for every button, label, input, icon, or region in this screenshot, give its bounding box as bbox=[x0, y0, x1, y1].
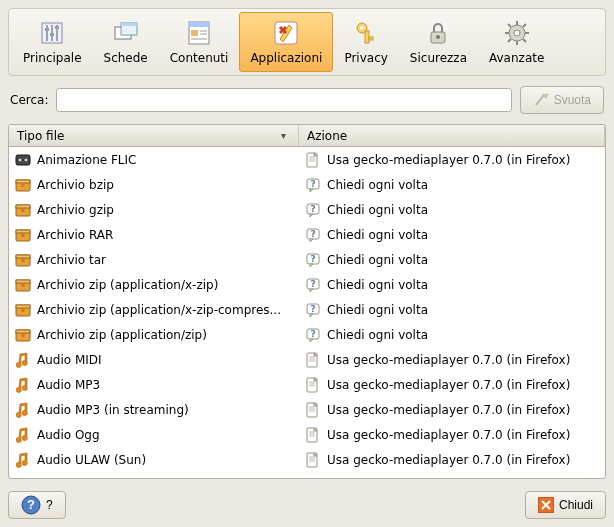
svg-rect-25 bbox=[121, 23, 137, 26]
broom-icon bbox=[533, 92, 549, 108]
action-label: Chiedi ogni volta bbox=[327, 178, 428, 192]
filetype-label: Archivio RAR bbox=[37, 228, 113, 242]
svg-rect-21 bbox=[50, 33, 54, 36]
table-row[interactable]: Archivio tarChiedi ogni volta bbox=[9, 247, 605, 272]
svg-rect-27 bbox=[189, 22, 209, 27]
tab-label: Sicurezza bbox=[410, 51, 467, 65]
action-icon bbox=[305, 377, 321, 393]
action-icon bbox=[305, 427, 321, 443]
help-icon bbox=[21, 495, 41, 515]
lock-icon bbox=[422, 17, 454, 49]
filetype-icon bbox=[15, 302, 31, 318]
action-label: Usa gecko-mediaplayer 0.7.0 (in Firefox) bbox=[327, 453, 570, 467]
table-row[interactable]: Archivio bzipChiedi ogni volta bbox=[9, 172, 605, 197]
sliders-icon bbox=[36, 17, 68, 49]
toolbar: Principale Schede Contenuti Applicazioni… bbox=[8, 8, 606, 76]
footer: ? Chiudi bbox=[8, 487, 606, 519]
filetype-table: Tipo file ▾ Azione Animazione FLICUsa ge… bbox=[8, 124, 606, 479]
filetype-icon bbox=[15, 152, 31, 168]
table-row[interactable]: Archivio gzipChiedi ogni volta bbox=[9, 197, 605, 222]
tab-principale[interactable]: Principale bbox=[12, 12, 93, 72]
column-tipo[interactable]: Tipo file ▾ bbox=[9, 125, 299, 146]
tab-label: Contenuti bbox=[170, 51, 229, 65]
table-body[interactable]: Animazione FLICUsa gecko-mediaplayer 0.7… bbox=[9, 147, 605, 478]
filetype-label: Audio MP3 bbox=[37, 378, 100, 392]
contents-icon bbox=[183, 17, 215, 49]
table-row[interactable]: Archivio zip (application/zip)Chiedi ogn… bbox=[9, 322, 605, 347]
applications-icon bbox=[270, 17, 302, 49]
svg-point-34 bbox=[360, 26, 364, 30]
filetype-icon bbox=[15, 402, 31, 418]
svg-line-47 bbox=[508, 39, 511, 42]
tab-schede[interactable]: Schede bbox=[93, 12, 159, 72]
column-azione[interactable]: Azione bbox=[299, 125, 605, 146]
action-label: Chiedi ogni volta bbox=[327, 303, 428, 317]
table-row[interactable]: Audio ULAW (Sun)Usa gecko-mediaplayer 0.… bbox=[9, 447, 605, 472]
filetype-icon bbox=[15, 327, 31, 343]
table-row[interactable]: Archivio RARChiedi ogni volta bbox=[9, 222, 605, 247]
svg-rect-36 bbox=[369, 37, 373, 40]
gear-icon bbox=[501, 17, 533, 49]
table-row[interactable]: Archivio zip (application/x-zip)Chiedi o… bbox=[9, 272, 605, 297]
filetype-label: Audio ULAW (Sun) bbox=[37, 453, 146, 467]
filetype-icon bbox=[15, 452, 31, 468]
table-row[interactable]: Animazione FLICUsa gecko-mediaplayer 0.7… bbox=[9, 147, 605, 172]
sort-indicator-icon: ▾ bbox=[281, 130, 286, 141]
svg-point-38 bbox=[436, 35, 440, 39]
action-label: Chiedi ogni volta bbox=[327, 328, 428, 342]
filetype-icon bbox=[15, 352, 31, 368]
table-row[interactable]: Audio OggUsa gecko-mediaplayer 0.7.0 (in… bbox=[9, 422, 605, 447]
filetype-icon bbox=[15, 252, 31, 268]
svg-line-45 bbox=[508, 24, 511, 27]
search-input[interactable] bbox=[56, 88, 511, 112]
action-icon bbox=[305, 302, 321, 318]
tab-label: Privacy bbox=[344, 51, 387, 65]
filetype-label: Audio MP3 (in streaming) bbox=[37, 403, 189, 417]
close-button[interactable]: Chiudi bbox=[525, 491, 606, 519]
table-row[interactable]: Audio MP3 (in streaming)Usa gecko-mediap… bbox=[9, 397, 605, 422]
action-icon bbox=[305, 152, 321, 168]
table-row[interactable]: Audio MP3Usa gecko-mediaplayer 0.7.0 (in… bbox=[9, 372, 605, 397]
action-icon bbox=[305, 177, 321, 193]
svg-line-46 bbox=[523, 39, 526, 42]
action-label: Usa gecko-mediaplayer 0.7.0 (in Firefox) bbox=[327, 428, 570, 442]
filetype-label: Archivio bzip bbox=[37, 178, 114, 192]
filetype-label: Audio Ogg bbox=[37, 428, 100, 442]
tab-label: Applicazioni bbox=[250, 51, 322, 65]
svg-point-40 bbox=[514, 30, 520, 36]
svg-rect-28 bbox=[191, 30, 198, 36]
action-icon bbox=[305, 252, 321, 268]
tab-privacy[interactable]: Privacy bbox=[333, 12, 398, 72]
search-row: Cerca: Svuota bbox=[8, 84, 606, 116]
action-label: Chiedi ogni volta bbox=[327, 203, 428, 217]
clear-button[interactable]: Svuota bbox=[520, 86, 604, 114]
tab-sicurezza[interactable]: Sicurezza bbox=[399, 12, 478, 72]
action-label: Chiedi ogni volta bbox=[327, 228, 428, 242]
filetype-icon bbox=[15, 377, 31, 393]
column-label: Azione bbox=[307, 129, 347, 143]
help-label: ? bbox=[46, 498, 53, 512]
filetype-label: Animazione FLIC bbox=[37, 153, 136, 167]
close-icon bbox=[538, 497, 554, 513]
tab-avanzate[interactable]: Avanzate bbox=[478, 12, 555, 72]
action-icon bbox=[305, 352, 321, 368]
filetype-label: Archivio zip (application/zip) bbox=[37, 328, 207, 342]
action-label: Usa gecko-mediaplayer 0.7.0 (in Firefox) bbox=[327, 353, 570, 367]
action-label: Chiedi ogni volta bbox=[327, 253, 428, 267]
svg-line-48 bbox=[523, 24, 526, 27]
tab-applicazioni[interactable]: Applicazioni bbox=[239, 12, 333, 72]
action-icon bbox=[305, 277, 321, 293]
tab-label: Avanzate bbox=[489, 51, 544, 65]
help-button[interactable]: ? bbox=[8, 491, 66, 519]
filetype-label: Archivio zip (application/x-zip) bbox=[37, 278, 218, 292]
tab-contenuti[interactable]: Contenuti bbox=[159, 12, 240, 72]
filetype-label: Archivio gzip bbox=[37, 203, 114, 217]
table-row[interactable]: Audio MIDIUsa gecko-mediaplayer 0.7.0 (i… bbox=[9, 347, 605, 372]
filetype-icon bbox=[15, 227, 31, 243]
tab-label: Principale bbox=[23, 51, 82, 65]
action-label: Usa gecko-mediaplayer 0.7.0 (in Firefox) bbox=[327, 403, 570, 417]
svg-rect-20 bbox=[45, 28, 49, 31]
table-row[interactable]: Archivio zip (application/x-zip-compres.… bbox=[9, 297, 605, 322]
action-icon bbox=[305, 402, 321, 418]
action-icon bbox=[305, 202, 321, 218]
